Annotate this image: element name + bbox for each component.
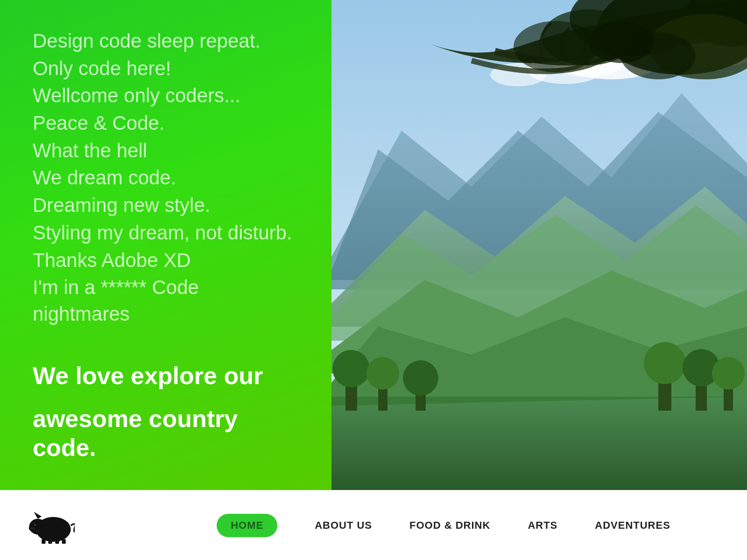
tagline-10: I'm in a ****** Code nightmares: [33, 274, 299, 327]
svg-point-21: [403, 360, 438, 396]
svg-rect-44: [55, 539, 59, 544]
logo-area: [28, 507, 168, 544]
navbar: HOME ABOUT US FOOD & DRINK ARTS ADVENTUR…: [0, 490, 747, 560]
svg-rect-43: [48, 539, 52, 544]
svg-point-19: [366, 357, 399, 390]
svg-point-46: [34, 523, 36, 525]
tagline-4: Peace & Code.: [33, 110, 299, 137]
tagline-7: Dreaming new style.: [33, 192, 299, 219]
tagline-9: Thanks Adobe XD: [33, 247, 299, 274]
tagline-6: We dream code.: [33, 165, 299, 191]
svg-point-40: [33, 527, 35, 529]
right-panel: [331, 0, 747, 490]
nav-food[interactable]: FOOD & DRINK: [409, 519, 490, 532]
svg-point-27: [712, 357, 745, 390]
main-container: Design code sleep repeat. Only code here…: [0, 0, 747, 560]
tagline-3: Wellcome only coders...: [33, 83, 299, 109]
tagline-5: What the hell: [33, 138, 299, 164]
nav-arts[interactable]: ARTS: [528, 519, 557, 532]
left-panel: Design code sleep repeat. Only code here…: [0, 0, 331, 490]
svg-point-23: [644, 342, 686, 384]
tagline-2: Only code here!: [33, 56, 299, 82]
tagline-8: Styling my dream, not disturb.: [33, 220, 299, 246]
tagline-1: Design code sleep repeat.: [33, 28, 299, 55]
nav-home[interactable]: HOME: [217, 514, 277, 537]
hero-bold-line1: We love explore our: [33, 361, 299, 390]
nav-links: HOME ABOUT US FOOD & DRINK ARTS ADVENTUR…: [168, 514, 719, 537]
svg-point-39: [30, 527, 32, 529]
svg-point-38: [29, 525, 37, 531]
pig-logo-icon: [28, 507, 75, 544]
nav-about[interactable]: ABOUT US: [315, 519, 372, 532]
hero-bold-line2: awesome country code.: [33, 404, 299, 462]
svg-rect-42: [42, 539, 45, 544]
taglines-container: Design code sleep repeat. Only code here…: [33, 28, 299, 462]
svg-point-34: [588, 21, 654, 63]
svg-marker-41: [34, 511, 42, 518]
svg-point-35: [514, 21, 598, 72]
nav-adventures[interactable]: ADVENTURES: [595, 519, 670, 532]
svg-marker-15: [331, 397, 747, 490]
mountain-svg: [331, 0, 747, 490]
svg-rect-45: [62, 539, 66, 544]
hero-section: Design code sleep repeat. Only code here…: [0, 0, 747, 490]
svg-point-17: [332, 350, 370, 387]
